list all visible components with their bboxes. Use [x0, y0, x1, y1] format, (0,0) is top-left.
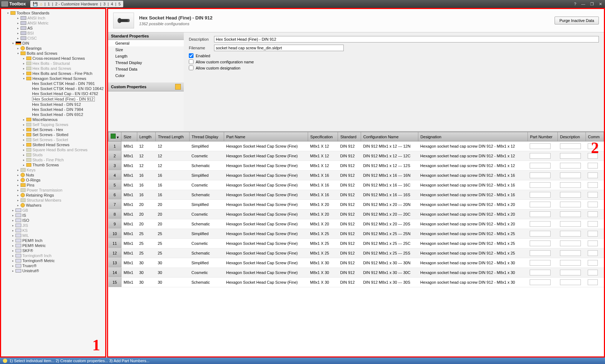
row-number[interactable]: 14	[108, 268, 121, 278]
bc-2[interactable]: 2 - Customize Hardware	[55, 2, 98, 6]
tree-std-cisc[interactable]: ▸CISC	[11, 36, 105, 41]
row-number[interactable]: 11	[108, 239, 121, 248]
cell-description[interactable]	[558, 151, 586, 161]
cell-comment[interactable]	[586, 239, 604, 248]
cell-comment[interactable]	[586, 180, 604, 190]
cell-comment[interactable]	[586, 248, 604, 258]
table-row[interactable]: 1M8x11212SimplifiedHexagon Socket Head C…	[108, 141, 604, 151]
tree-std-pem-inch[interactable]: ▸PEM® Inch	[11, 238, 105, 243]
tree-item-square-head-bolts-and-screws[interactable]: ▸Square Head Bolts and Screws	[22, 147, 105, 152]
tree-item-pins[interactable]: ▸Pins	[16, 183, 105, 188]
tree-item-washers[interactable]: ▸Washers	[16, 203, 105, 208]
tree-item-hex-socket-ctsk-head-en-iso-10642[interactable]: Hex Socket CTSK Head - EN ISO 10642	[28, 86, 105, 91]
table-row[interactable]: 14M8x13030CosmeticHexagon Socket Head Ca…	[108, 268, 604, 278]
table-row[interactable]: 7M8x12020SimplifiedHexagon Socket Head C…	[108, 200, 604, 210]
cell-comment[interactable]	[586, 210, 604, 219]
tree-item-self-tapping-screws[interactable]: ▸Self Tapping Screws	[22, 122, 105, 127]
tree-item-studs[interactable]: ▸Studs	[22, 152, 105, 157]
cell-part-number[interactable]	[528, 258, 557, 268]
cell-part-number[interactable]	[528, 171, 557, 180]
cell-description[interactable]	[558, 141, 586, 151]
tree-std-iso[interactable]: ▸ISO	[11, 218, 105, 223]
row-number[interactable]: 13	[108, 258, 121, 268]
tree-item-set-screws-slotted[interactable]: ▸Set Screws - Slotted	[22, 132, 105, 137]
cell-description[interactable]	[558, 239, 586, 248]
config-table[interactable]: ▾SizeLengthThread LengthThread DisplayPa…	[108, 131, 604, 356]
stdprop-color[interactable]: Color	[108, 72, 184, 79]
tree-std-pem-metric[interactable]: ▸PEM® Metric	[11, 243, 105, 248]
col-description[interactable]: Description	[558, 132, 586, 141]
tree-item-hex-bolts-structural[interactable]: ▸Hex Bolts - Structural	[22, 61, 105, 66]
table-row[interactable]: 4M8x11616SimplifiedHexagon Socket Head C…	[108, 171, 604, 180]
cell-description[interactable]	[558, 229, 586, 239]
table-row[interactable]: 12M8x12525SchematicHexagon Socket Head C…	[108, 248, 604, 258]
cell-comment[interactable]	[586, 161, 604, 171]
table-row[interactable]: 9M8x12020SchematicHexagon Socket Head Ca…	[108, 219, 604, 229]
cell-comment[interactable]	[586, 141, 604, 151]
tree-std-ansi-inch[interactable]: ▸ANSI Inch	[11, 15, 105, 21]
bc-1[interactable]: 1	[48, 2, 50, 6]
cell-part-number[interactable]	[528, 268, 557, 278]
cell-part-number[interactable]	[528, 229, 557, 239]
cell-comment[interactable]	[586, 278, 604, 287]
table-row[interactable]: 6M8x11616SchematicHexagon Socket Head Ca…	[108, 190, 604, 200]
tree-std-jis[interactable]: ▸JIS	[11, 223, 105, 228]
tree-item-slotted-head-screws[interactable]: ▸Slotted Head Screws	[22, 142, 105, 147]
col-part-number[interactable]: Part Number	[528, 132, 557, 141]
cell-comment[interactable]	[586, 229, 604, 239]
row-number[interactable]: 2	[108, 151, 121, 161]
tree-std-gb[interactable]: ▸GB	[11, 208, 105, 213]
cell-part-number[interactable]	[528, 151, 557, 161]
tree-item-retaining-rings[interactable]: ▸Retaining Rings	[16, 193, 105, 198]
table-row[interactable]: 2M8x11212CosmeticHexagon Socket Head Cap…	[108, 151, 604, 161]
table-row[interactable]: 13M8x13030SimplifiedHexagon Socket Head …	[108, 258, 604, 268]
tree-std-truarc-[interactable]: ▸Truarc®	[11, 263, 105, 268]
cell-comment[interactable]	[586, 258, 604, 268]
cell-description[interactable]	[558, 180, 586, 190]
cell-comment[interactable]	[586, 151, 604, 161]
purge-button[interactable]: Purge Inactive Data	[555, 17, 599, 24]
tree-item-nuts[interactable]: ▸Nuts	[16, 172, 105, 177]
stdprop-length[interactable]: Length	[108, 53, 184, 59]
cell-description[interactable]	[558, 210, 586, 219]
col-comm[interactable]: Comm	[586, 132, 604, 141]
standards-tree[interactable]: ▾Toolbox Standards ▸ANSI Inch▸ANSI Metri…	[0, 8, 106, 358]
tree-item-hex-socket-head-fine-din-912[interactable]: Hex Socket Head (Fine) - DIN 912	[28, 96, 105, 102]
allow-cfg-checkbox[interactable]	[189, 59, 193, 64]
tree-std-ansi-metric[interactable]: ▸ANSI Metric	[11, 21, 105, 26]
row-number[interactable]: 4	[108, 171, 121, 180]
tree-std-torrington-metric[interactable]: ▸Torrington® Metric	[11, 258, 105, 263]
cell-part-number[interactable]	[528, 219, 557, 229]
tree-item-power-transmission[interactable]: ▸Power Transmission	[16, 188, 105, 193]
col-thread-display[interactable]: Thread Display	[189, 132, 224, 141]
tree-din[interactable]: ▾DIN	[6, 41, 105, 46]
tree-item-keys[interactable]: ▸Keys	[16, 167, 105, 172]
tree-item-o-rings[interactable]: ▸O-Rings	[16, 177, 105, 183]
stdprop-general[interactable]: General	[108, 40, 184, 46]
help-button[interactable]: ?	[573, 2, 578, 6]
tree-item-hexagon-socket-head-screws[interactable]: ▾Hexagon Socket Head Screws	[22, 76, 105, 81]
row-number[interactable]: 3	[108, 161, 121, 171]
tree-std-is[interactable]: ▸IS	[11, 213, 105, 218]
tree-item-bolts-and-screws[interactable]: ▾Bolts and Screws	[16, 51, 105, 56]
tree-std-ks[interactable]: ▸KS	[11, 228, 105, 233]
tree-item-hex-socket-ctsk-head-din-7991[interactable]: Hex Socket CTSK Head - DIN 7991	[28, 81, 105, 86]
tree-std-bsi[interactable]: ▸BSI	[11, 31, 105, 36]
tree-item-hex-bolts-and-screws-fine-pitch[interactable]: ▸Hex Bolts and Screws - Fine Pitch	[22, 71, 105, 76]
tree-item-cross-recessed-head-screws[interactable]: ▸Cross-recessed Head Screws	[22, 56, 105, 61]
table-row[interactable]: 15M8x13030SchematicHexagon Socket Head C…	[108, 278, 604, 287]
tree-item-set-screws-socket[interactable]: ▸Set Screws - Socket	[22, 137, 105, 142]
cell-description[interactable]	[558, 161, 586, 171]
col-standard[interactable]: Standard	[338, 132, 361, 141]
tree-item-hex-bolts-and-screws[interactable]: ▸Hex Bolts and Screws	[22, 66, 105, 71]
cell-part-number[interactable]	[528, 200, 557, 210]
excel-icon[interactable]	[111, 134, 116, 139]
tree-item-hex-socket-head-din-6912[interactable]: Hex Socket Head - DIN 6912	[28, 112, 105, 117]
cell-part-number[interactable]	[528, 190, 557, 200]
cell-part-number[interactable]	[528, 161, 557, 171]
tree-std-skf-[interactable]: ▸SKF®	[11, 248, 105, 253]
cell-part-number[interactable]	[528, 278, 557, 287]
bc-5[interactable]: 5	[119, 2, 121, 6]
tree-item-thumb-screws[interactable]: ▸Thumb Screws	[22, 162, 105, 167]
cell-comment[interactable]	[586, 190, 604, 200]
